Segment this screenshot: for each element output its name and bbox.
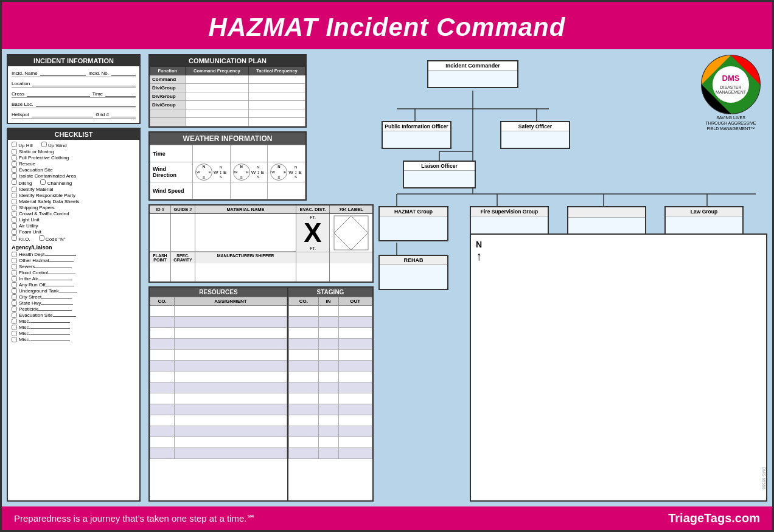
checkbox[interactable] [12, 187, 17, 192]
comm-cell[interactable] [185, 84, 249, 92]
checkbox[interactable] [12, 155, 17, 161]
comm-cell[interactable] [249, 118, 305, 126]
staging-col-co: CO. [289, 297, 319, 306]
checkbox[interactable] [12, 149, 17, 154]
comm-row [150, 109, 186, 118]
checkbox[interactable] [39, 235, 44, 241]
checkbox[interactable] [12, 167, 17, 173]
table-row [150, 371, 287, 382]
checklist-item: Static or Moving [19, 149, 54, 154]
checkbox[interactable] [12, 325, 17, 330]
weather-cell[interactable] [268, 145, 305, 162]
comm-cell[interactable] [185, 75, 249, 84]
checklist-item: Light Unit [19, 217, 40, 223]
checkbox[interactable] [12, 264, 17, 269]
checkbox[interactable] [12, 217, 17, 223]
svg-text:DMS: DMS [722, 74, 740, 83]
table-row [150, 437, 287, 448]
checkbox[interactable] [12, 288, 17, 294]
mat-sub-spec: SPEC. GRAVITY [171, 252, 195, 263]
checkbox[interactable] [12, 306, 17, 312]
comm-cell[interactable] [249, 101, 305, 109]
checkbox[interactable] [12, 313, 17, 318]
checklist-item: City Street [19, 294, 72, 300]
checkbox[interactable] [12, 252, 17, 257]
checkbox[interactable] [12, 223, 17, 229]
comm-cell[interactable] [249, 75, 305, 84]
comm-cell[interactable] [185, 118, 249, 126]
comm-cell[interactable] [185, 92, 249, 101]
compass-2: N E S W [233, 164, 250, 181]
resources-col-co: CO. [150, 297, 175, 306]
table-row [150, 382, 287, 393]
checkbox[interactable] [12, 319, 17, 324]
checkbox[interactable] [12, 199, 17, 204]
comm-cell[interactable] [185, 109, 249, 118]
org-chart-area: DMS DISASTER MANAGEMENT SAVING LIVES THR… [378, 54, 767, 502]
svg-text:MANAGEMENT: MANAGEMENT [716, 90, 747, 94]
checkbox[interactable] [12, 331, 17, 336]
footer-website: TriageTags.com [668, 511, 760, 525]
weather-cell: N E S W W N ↕ S [230, 162, 268, 182]
table-row [289, 426, 372, 437]
checkbox[interactable] [12, 142, 17, 147]
weather-cell[interactable] [268, 182, 305, 199]
checkbox[interactable] [12, 173, 17, 179]
comm-cell[interactable] [185, 101, 249, 109]
checkbox[interactable] [12, 294, 17, 300]
table-row [150, 404, 287, 415]
checklist-item: Pesticide [19, 306, 72, 312]
checkbox[interactable] [12, 337, 17, 342]
table-row [150, 350, 287, 361]
svg-text:DISASTER: DISASTER [720, 85, 741, 89]
product-number: DMS 65556 [762, 467, 766, 489]
table-row [289, 415, 372, 426]
checklist-item: Up Hill [12, 142, 33, 148]
checkbox[interactable] [12, 161, 17, 167]
page: HAZMAT Incident Command INCIDENT INFORMA… [0, 0, 774, 532]
checklist-item: Up Wind [41, 142, 67, 148]
checklist-item: Flood Control [19, 270, 75, 275]
checkbox[interactable] [12, 270, 17, 275]
staging-col-out: OUT [338, 297, 372, 306]
weather-cell[interactable] [230, 145, 268, 162]
checkbox[interactable] [40, 179, 46, 185]
checkbox[interactable] [12, 258, 17, 263]
checkbox[interactable] [12, 179, 17, 185]
checklist-item: Identify Material [19, 187, 53, 192]
checklist-item: Air Utility [19, 223, 38, 229]
field-label: Time [92, 91, 103, 97]
incident-commander-box: Incident Commander [427, 60, 518, 88]
comm-cell[interactable] [249, 109, 305, 118]
checklist-item: Misc. [19, 331, 70, 336]
checkbox[interactable] [12, 300, 17, 306]
checkbox[interactable] [12, 235, 17, 241]
checklist-item: Identify Responsible Party [19, 193, 75, 198]
checkbox[interactable] [12, 229, 17, 235]
dms-line2: THROUGH AGGRESSIVE [694, 120, 767, 126]
table-row [150, 415, 287, 426]
mat-header-704: 704 LABEL [330, 206, 372, 213]
checkbox[interactable] [12, 282, 17, 288]
dms-logo-icon: DMS DISASTER MANAGEMENT [700, 54, 761, 115]
field-label: Incid. No. [88, 71, 109, 76]
checklist-item: Misc. [19, 337, 70, 342]
weather-cell[interactable] [230, 182, 268, 199]
comm-cell[interactable] [249, 92, 305, 101]
liaison-officer-label: Liaison Officer [404, 162, 475, 170]
staging-title: STAGING [288, 288, 372, 297]
checkbox[interactable] [41, 142, 47, 147]
weather-cell: N E S W W N ↕ S [193, 162, 231, 182]
checkbox[interactable] [12, 211, 17, 216]
public-info-officer-label: Public Information Officer [383, 122, 450, 131]
checkbox[interactable] [12, 276, 17, 282]
weather-cell[interactable] [193, 182, 231, 199]
comm-cell[interactable] [249, 84, 305, 92]
checklist-item: P.I.O. [12, 235, 30, 242]
table-row [289, 371, 372, 382]
weather-cell[interactable] [193, 145, 231, 162]
checkbox[interactable] [12, 193, 17, 198]
table-row [150, 339, 287, 350]
checkbox[interactable] [12, 205, 17, 210]
checklist-item: Diking [12, 179, 32, 186]
